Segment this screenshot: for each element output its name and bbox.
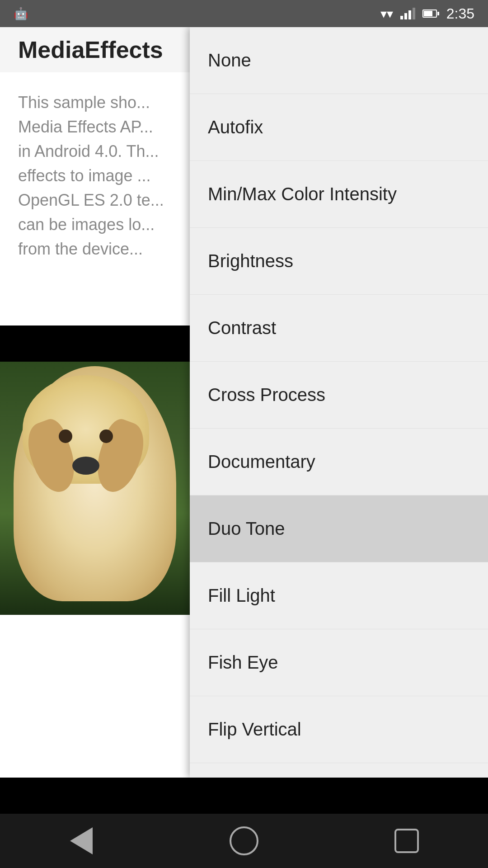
status-time: 2:35 [446, 5, 474, 22]
dropdown-menu: None Autofix Min/Max Color Intensity Bri… [190, 27, 488, 778]
dog-nose [72, 457, 99, 475]
menu-item-autofix[interactable]: Autofix [190, 94, 488, 161]
menu-item-minmax[interactable]: Min/Max Color Intensity [190, 161, 488, 228]
home-icon [230, 826, 258, 855]
dog-head [23, 375, 149, 484]
menu-item-flip-vertical[interactable]: Flip Vertical [190, 696, 488, 763]
menu-item-fish-eye[interactable]: Fish Eye [190, 629, 488, 696]
android-notification-icon: 🤖 [14, 7, 28, 21]
nav-bar [0, 814, 488, 868]
menu-item-fill-light[interactable]: Fill Light [190, 562, 488, 629]
back-button[interactable] [63, 823, 99, 859]
menu-item-contrast[interactable]: Contrast [190, 295, 488, 362]
dog-eye-left [59, 429, 72, 443]
puppy-body [0, 362, 190, 615]
puppy-image [0, 362, 190, 615]
menu-item-documentary[interactable]: Documentary [190, 429, 488, 495]
status-bar: 🤖 ▾▾ 2:35 [0, 0, 488, 27]
battery-icon [422, 9, 439, 18]
back-icon [70, 827, 93, 854]
signal-icon [400, 8, 415, 19]
menu-item-duo-tone[interactable]: Duo Tone [190, 495, 488, 562]
dog-eye-right [99, 429, 113, 443]
app-title: MediaEffects [18, 36, 163, 63]
menu-item-none[interactable]: None [190, 27, 488, 94]
wifi-icon: ▾▾ [380, 6, 393, 21]
home-button[interactable] [226, 823, 262, 859]
status-bar-right: ▾▾ 2:35 [380, 5, 474, 22]
recents-icon [394, 829, 419, 853]
recents-button[interactable] [389, 823, 425, 859]
menu-item-brightness[interactable]: Brightness [190, 228, 488, 295]
menu-item-cross-process[interactable]: Cross Process [190, 362, 488, 429]
main-content: MediaEffects This sample sho... Media Ef… [0, 27, 488, 868]
